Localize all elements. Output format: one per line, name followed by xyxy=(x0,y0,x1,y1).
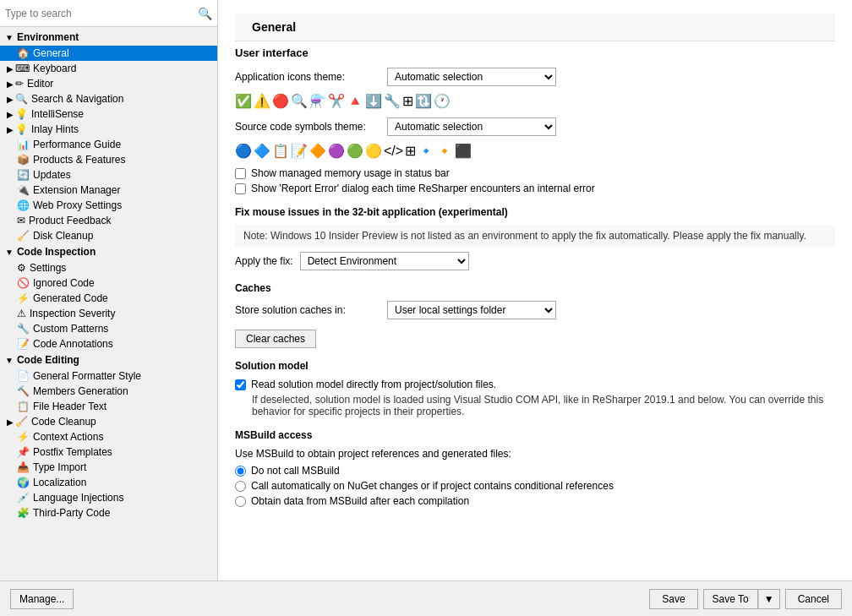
tree-item-settings[interactable]: ⚙ Settings xyxy=(0,260,217,275)
save-button[interactable]: Save xyxy=(649,589,697,609)
ignored-code-icon: 🚫 xyxy=(17,277,30,289)
icon-scissors: ✂️ xyxy=(328,93,345,109)
tree-item-inspection-severity[interactable]: ⚠ Inspection Severity xyxy=(0,306,217,321)
source-symbols-select[interactable]: Automatic selection Light Dark xyxy=(387,117,556,136)
src-icon-11: 🔹 xyxy=(418,143,434,159)
tree-item-editor[interactable]: ▶ ✏ Editor xyxy=(0,76,217,91)
code-cleanup-label: Code Cleanup xyxy=(31,416,96,428)
icon-triangle: 🔺 xyxy=(347,93,363,109)
icon-error: 🔴 xyxy=(272,93,289,109)
src-icon-12: 🔸 xyxy=(436,143,453,159)
environment-arrow: ▼ xyxy=(5,33,14,42)
tree-item-disk-cleanup[interactable]: 🧹 Disk Cleanup xyxy=(0,228,217,243)
save-to-arrow-button[interactable]: ▼ xyxy=(758,589,780,609)
tree-item-localization[interactable]: 🌍 Localization xyxy=(0,475,217,490)
msbuild-auto-call-radio[interactable] xyxy=(235,481,246,492)
insp-severity-icon: ⚠ xyxy=(17,308,26,319)
tree-item-keyboard[interactable]: ▶ ⌨ Keyboard xyxy=(0,61,217,76)
search-input[interactable] xyxy=(5,8,198,19)
tree-item-updates[interactable]: 🔄 Updates xyxy=(0,167,217,183)
store-caches-label: Store solution caches in: xyxy=(235,304,387,316)
code-inspection-label: Code Inspection xyxy=(17,246,96,258)
app-icons-row: Application icons theme: Automatic selec… xyxy=(235,68,835,86)
tree-item-file-header[interactable]: 📋 File Header Text xyxy=(0,399,217,414)
app-icons-label: Application icons theme: xyxy=(235,71,387,83)
msbuild-title: MSBuild access xyxy=(235,429,835,441)
app-icons-select[interactable]: Automatic selection Light Dark xyxy=(387,68,556,86)
src-icon-9: </> xyxy=(384,144,403,159)
caches-title: Caches xyxy=(235,282,835,294)
extension-mgr-icon: 🔌 xyxy=(17,184,30,196)
solution-model-title: Solution model xyxy=(235,360,835,372)
read-direct-row: Read solution model directly from projec… xyxy=(235,379,835,390)
msbuild-after-compile-radio[interactable] xyxy=(235,496,246,507)
tree-item-feedback[interactable]: ✉ Product Feedback xyxy=(0,213,217,228)
manage-button[interactable]: Manage... xyxy=(10,589,74,609)
cancel-button[interactable]: Cancel xyxy=(785,589,842,609)
tree-item-extension-mgr[interactable]: 🔌 Extension Manager xyxy=(0,183,217,198)
tree-item-web-proxy[interactable]: 🌐 Web Proxy Settings xyxy=(0,198,217,213)
products-icon: 📦 xyxy=(17,154,30,166)
msbuild-auto-call-label: Call automatically on NuGet changes or i… xyxy=(251,480,614,492)
icon-clock: 🕐 xyxy=(434,93,451,109)
code-cleanup-icon: 🧹 xyxy=(15,416,28,428)
src-icon-13: ⬛ xyxy=(455,143,472,159)
tree-item-gen-formatter[interactable]: 📄 General Formatter Style xyxy=(0,368,217,384)
tree-item-inlay-hints[interactable]: ▶ 💡 Inlay Hints xyxy=(0,122,217,137)
store-caches-row: Store solution caches in: User local set… xyxy=(235,301,835,319)
icon-refresh: 🔃 xyxy=(415,93,432,109)
save-to-button[interactable]: Save To xyxy=(703,589,758,609)
store-caches-select[interactable]: User local settings folder Solution fold… xyxy=(387,301,556,319)
src-icon-6: 🟣 xyxy=(328,143,345,159)
tree-item-code-annotations[interactable]: 📝 Code Annotations xyxy=(0,336,217,352)
members-gen-label: Members Generation xyxy=(33,385,128,397)
tree-item-ignored-code[interactable]: 🚫 Ignored Code xyxy=(0,275,217,291)
inlay-hints-arrow: ▶ xyxy=(7,125,14,134)
apply-fix-select[interactable]: Detect Environment Always Never xyxy=(300,252,469,270)
file-header-label: File Header Text xyxy=(33,401,106,412)
search-nav-arrow: ▶ xyxy=(7,95,14,104)
ci-settings-icon: ⚙ xyxy=(17,262,26,274)
code-annotations-icon: 📝 xyxy=(17,338,30,350)
postfix-templates-icon: 📌 xyxy=(17,446,30,458)
msbuild-no-call-radio[interactable] xyxy=(235,466,246,477)
tree-item-type-import[interactable]: 📥 Type Import xyxy=(0,460,217,475)
tree-item-postfix-templates[interactable]: 📌 Postfix Templates xyxy=(0,444,217,460)
localization-label: Localization xyxy=(33,477,86,488)
tree-item-lang-injections[interactable]: 💉 Language Injections xyxy=(0,490,217,505)
tree-item-context-actions[interactable]: ⚡ Context Actions xyxy=(0,429,217,444)
intellisense-icon: 💡 xyxy=(15,108,28,120)
tree-item-perf-guide[interactable]: 📊 Performance Guide xyxy=(0,137,217,152)
tree-item-custom-patterns[interactable]: 🔧 Custom Patterns xyxy=(0,321,217,336)
ignored-code-label: Ignored Code xyxy=(33,277,95,289)
code-inspection-group[interactable]: ▼ Code Inspection xyxy=(0,243,217,260)
icon-wrench: 🔧 xyxy=(384,93,401,109)
page-title: General xyxy=(235,14,835,41)
read-direct-checkbox[interactable] xyxy=(235,379,246,390)
tree-item-general[interactable]: 🏠 General xyxy=(0,46,217,61)
tree-item-third-party[interactable]: 🧩 Third-Party Code xyxy=(0,505,217,521)
src-icon-3: 📋 xyxy=(272,143,289,159)
inlay-hints-icon: 💡 xyxy=(15,123,28,135)
insp-severity-label: Inspection Severity xyxy=(30,308,115,319)
clear-caches-button[interactable]: Clear caches xyxy=(235,330,316,348)
msbuild-after-compile-label: Obtain data from MSBuild after each comp… xyxy=(251,495,469,507)
code-editing-group[interactable]: ▼ Code Editing xyxy=(0,352,217,368)
tree-item-members-gen[interactable]: 🔨 Members Generation xyxy=(0,384,217,399)
environment-label: Environment xyxy=(17,31,79,43)
show-memory-checkbox[interactable] xyxy=(235,168,246,179)
show-error-checkbox[interactable] xyxy=(235,183,246,194)
intellisense-label: IntelliSense xyxy=(31,108,84,120)
tree-item-intellisense[interactable]: ▶ 💡 IntelliSense xyxy=(0,106,217,122)
tree-item-products[interactable]: 📦 Products & Features xyxy=(0,152,217,167)
lang-injections-label: Language Injections xyxy=(33,492,123,504)
icon-grid: ⊞ xyxy=(402,93,413,109)
code-inspection-arrow: ▼ xyxy=(5,248,14,257)
feedback-icon: ✉ xyxy=(17,215,25,226)
postfix-templates-label: Postfix Templates xyxy=(33,446,112,458)
tree-item-search-nav[interactable]: ▶ 🔍 Search & Navigation xyxy=(0,91,217,106)
apply-fix-row: Apply the fix: Detect Environment Always… xyxy=(235,252,835,270)
environment-group[interactable]: ▼ Environment xyxy=(0,29,217,46)
tree-item-code-cleanup[interactable]: ▶ 🧹 Code Cleanup xyxy=(0,414,217,429)
tree-item-generated-code[interactable]: ⚡ Generated Code xyxy=(0,291,217,306)
